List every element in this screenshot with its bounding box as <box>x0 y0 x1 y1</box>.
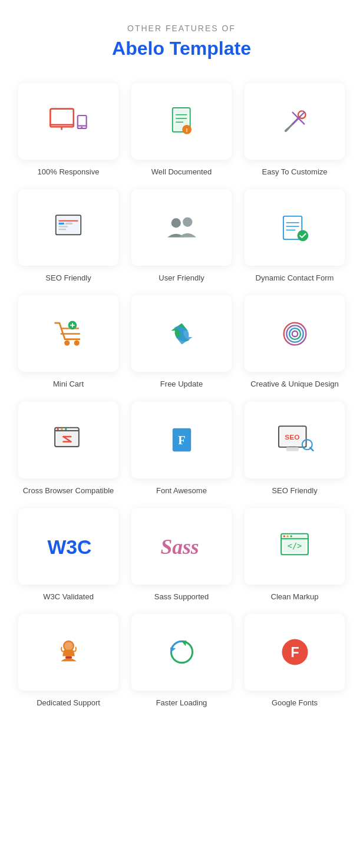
feature-icon-box-mini-cart <box>18 295 118 372</box>
feature-item-documented: ! Well Documented <box>131 83 232 177</box>
svg-line-60 <box>310 448 313 451</box>
svg-line-15 <box>285 128 288 131</box>
svg-point-68 <box>286 536 288 537</box>
page-header: Other features of Abelo Template <box>0 0 363 71</box>
feature-icon-box-user-friendly <box>131 189 232 266</box>
svg-point-46 <box>57 428 59 430</box>
feature-label-free-update: Free Update <box>160 379 203 390</box>
feature-item-contact-form: Dynamic Contact Form <box>244 189 345 283</box>
feature-icon-box-dedicated-support <box>18 614 118 691</box>
page-subtitle: Other features of <box>12 24 351 33</box>
svg-point-25 <box>171 218 180 227</box>
feature-icon-box-sass: Sass <box>131 508 232 585</box>
feature-icon-box-font-awesome: F <box>131 402 232 478</box>
svg-point-26 <box>183 217 192 226</box>
feature-icon-box-creative <box>245 295 345 372</box>
feature-label-documented: Well Documented <box>151 167 212 177</box>
feature-item-user-friendly: User Friendly <box>131 189 232 283</box>
feature-label-font-awesome: Font Awesome <box>156 486 207 496</box>
svg-point-34 <box>64 340 70 345</box>
feature-icon-box-free-update <box>131 295 232 372</box>
feature-label-cross-browser: Cross Browser Compatible <box>23 486 114 496</box>
feature-label-sass: Sass Supported <box>154 592 209 602</box>
feature-label-contact-form: Dynamic Contact Form <box>256 273 334 283</box>
svg-text:</>: </> <box>288 541 302 550</box>
feature-icon-box-responsive <box>18 83 118 160</box>
feature-label-responsive: 100% Responsive <box>38 167 100 177</box>
svg-text:SEO: SEO <box>285 433 299 441</box>
svg-rect-24 <box>59 229 67 230</box>
feature-icon-box-customize <box>245 83 345 160</box>
feature-icon-box-contact-form <box>245 189 345 266</box>
feature-label-mini-cart: Mini Cart <box>53 379 84 390</box>
svg-point-35 <box>74 340 79 345</box>
svg-point-31 <box>297 230 308 241</box>
svg-text:F: F <box>291 645 299 661</box>
svg-text:®: ® <box>84 540 88 546</box>
svg-text:Sass: Sass <box>160 535 199 559</box>
feature-icon-box-documented: ! <box>131 83 232 160</box>
feature-label-w3c: W3C Validated <box>43 592 94 602</box>
svg-rect-73 <box>65 656 72 659</box>
feature-label-faster-loading: Faster Loading <box>156 698 207 708</box>
feature-item-faster-loading: Faster Loading <box>131 614 232 708</box>
feature-item-seo-friendly2: SEO SEO Friendly <box>244 402 345 496</box>
feature-item-sass: Sass Sass Supported <box>131 508 232 602</box>
svg-point-48 <box>65 428 67 430</box>
feature-label-google-fonts: Google Fonts <box>272 698 318 708</box>
svg-point-69 <box>290 536 292 537</box>
svg-point-5 <box>81 126 82 128</box>
feature-item-w3c: W3C ® W3C Validated <box>18 508 119 602</box>
feature-item-creative: Creative & Unique Design <box>244 295 345 390</box>
feature-icon-box-w3c: W3C ® <box>18 508 118 585</box>
feature-icon-box-google-fonts: F <box>245 614 345 691</box>
feature-item-font-awesome: F Font Awesome <box>131 402 232 496</box>
feature-item-dedicated-support: Dedicated Support <box>18 614 119 708</box>
svg-rect-19 <box>57 216 80 233</box>
feature-item-mini-cart: Mini Cart <box>18 295 119 390</box>
svg-rect-21 <box>59 223 64 225</box>
svg-text:F: F <box>178 434 185 447</box>
svg-point-42 <box>292 331 297 336</box>
feature-item-seo-friendly: SEO Friendly <box>18 189 119 283</box>
svg-point-47 <box>61 428 62 430</box>
svg-rect-44 <box>57 431 78 445</box>
svg-text:W3C: W3C <box>47 536 91 558</box>
feature-label-seo-friendly: SEO Friendly <box>45 273 91 283</box>
svg-point-67 <box>283 536 285 537</box>
feature-label-customize: Easy To Customize <box>262 167 327 177</box>
svg-rect-23 <box>59 226 68 227</box>
svg-rect-58 <box>286 447 298 451</box>
feature-item-customize: Easy To Customize <box>244 83 345 177</box>
feature-item-cross-browser: Cross Browser Compatible <box>18 402 119 496</box>
feature-icon-box-cross-browser <box>18 402 118 478</box>
feature-label-user-friendly: User Friendly <box>159 273 204 283</box>
feature-icon-box-clean-markup: </> <box>245 508 345 585</box>
svg-text:!: ! <box>186 126 187 133</box>
svg-point-72 <box>64 642 72 651</box>
feature-label-dedicated-support: Dedicated Support <box>37 698 100 708</box>
feature-item-free-update: Free Update <box>131 295 232 390</box>
feature-label-clean-markup: Clean Markup <box>271 592 319 602</box>
svg-point-41 <box>289 328 301 339</box>
feature-item-google-fonts: F Google Fonts <box>244 614 345 708</box>
feature-item-responsive: 100% Responsive <box>18 83 119 177</box>
feature-label-creative: Creative & Unique Design <box>250 379 339 390</box>
features-grid: 100% Responsive ! Well Documented Easy T… <box>0 71 363 732</box>
feature-item-clean-markup: </> Clean Markup <box>244 508 345 602</box>
feature-icon-box-faster-loading <box>131 614 232 691</box>
feature-icon-box-seo-friendly2: SEO <box>245 402 345 478</box>
feature-icon-box-seo-friendly <box>18 189 118 266</box>
page-title: Abelo Template <box>12 38 351 60</box>
svg-rect-22 <box>65 223 73 225</box>
feature-label-seo-friendly2: SEO Friendly <box>272 486 317 496</box>
